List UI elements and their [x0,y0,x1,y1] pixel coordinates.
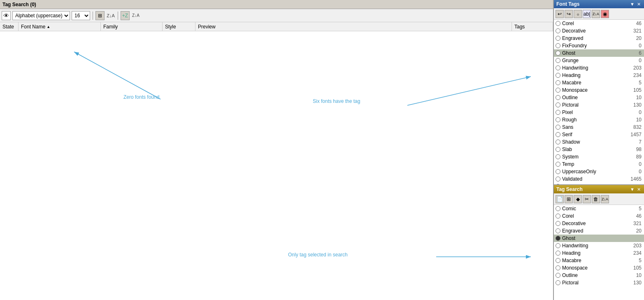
search-tag-radio-ghost[interactable] [556,236,560,241]
tag-search-pin-btn[interactable]: ▼ [629,187,635,192]
font-tags-close-btn[interactable]: ✕ [636,2,642,7]
font-tag-item-heading[interactable]: Heading234 [554,72,644,79]
search-tag-item-decorative[interactable]: Decorative321 [554,220,644,227]
search-tag-radio-monospace[interactable] [556,265,560,270]
tag-search-close-btn[interactable]: ✕ [636,187,642,192]
font-tag-item-pictoral[interactable]: Pictoral130 [554,101,644,109]
search-tag-radio-heading[interactable] [556,251,560,256]
ft-btn-6[interactable]: ◉ [601,10,609,18]
search-tag-radio-outline[interactable] [556,273,560,278]
font-tag-item-grunge[interactable]: Grunge0 [554,57,644,64]
search-tag-item-outline[interactable]: Outline10 [554,272,644,279]
search-tag-radio-engraved[interactable] [556,228,560,233]
font-tag-item-system[interactable]: System89 [554,153,644,160]
tag-search-list[interactable]: Comic5Corel46Decorative321Engraved20Ghos… [554,205,644,300]
sort-az-icon[interactable]: Z↓A [106,11,115,20]
font-tag-radio-validated[interactable] [556,177,560,181]
font-tag-item-wildwest[interactable]: WildWest12 [554,183,644,184]
search-tag-radio-handwriting[interactable] [556,243,560,248]
font-tag-item-serif[interactable]: Serif1457 [554,131,644,138]
col-state[interactable]: State [0,22,19,31]
font-tag-item-outline[interactable]: Outline10 [554,94,644,101]
ts-btn-6[interactable]: Z↓A [601,195,609,203]
ft-btn-3[interactable]: ⬦ [574,10,582,18]
font-tag-item-fixfoundry[interactable]: FixFoundry0 [554,42,644,49]
alphabet-select[interactable]: Alphabet (uppercase) [12,11,70,20]
font-tag-radio-temp[interactable] [556,162,560,167]
font-tags-pin-btn[interactable]: ▼ [629,2,635,7]
search-tag-item-engraved[interactable]: Engraved20 [554,227,644,235]
font-tag-item-sans[interactable]: Sans832 [554,123,644,131]
font-tag-item-monospace[interactable]: Monospace105 [554,86,644,94]
font-tag-radio-outline[interactable] [556,95,560,100]
font-tag-radio-shadow[interactable] [556,140,560,144]
font-tag-item-pixel[interactable]: Pixel0 [554,109,644,116]
font-tag-item-corel[interactable]: Corel46 [554,20,644,27]
font-tag-item-rough[interactable]: Rough10 [554,116,644,123]
search-tag-item-macabre[interactable]: Macabre5 [554,257,644,264]
font-tag-radio-monospace[interactable] [556,88,560,93]
ts-btn-1[interactable]: 📄 [556,195,564,203]
font-tags-list[interactable]: Corel46Decorative321Engraved20FixFoundry… [554,20,644,184]
ts-btn-4[interactable]: ✂ [583,195,591,203]
font-tag-radio-slab[interactable] [556,147,560,152]
font-tag-radio-heading[interactable] [556,73,560,78]
sort-icon-2[interactable]: Z↓A [131,11,140,20]
col-tags[interactable]: Tags [512,22,553,31]
col-family[interactable]: Family [101,22,163,31]
search-tag-radio-comic[interactable] [556,206,560,211]
search-tag-radio-decorative[interactable] [556,221,560,226]
search-tag-item-pictoral[interactable]: Pictoral130 [554,279,644,286]
font-tag-name: Grunge [562,58,639,63]
font-tag-radio-pictoral[interactable] [556,102,560,107]
eye-icon-btn[interactable]: 👁 [2,11,11,20]
font-tag-radio-uppercaseonly[interactable] [556,169,560,174]
grid-icon-btn[interactable]: ⊞ [95,11,105,20]
font-tag-radio-wildwest[interactable] [556,184,560,184]
font-tag-item-decorative[interactable]: Decorative321 [554,27,644,35]
ft-btn-4[interactable]: ab| [583,10,591,18]
ts-btn-2[interactable]: ⊞ [565,195,573,203]
font-tag-radio-macabre[interactable] [556,80,560,85]
font-tag-item-uppercaseonly[interactable]: UppercaseOnly0 [554,168,644,175]
search-tag-radio-pictoral[interactable] [556,280,560,285]
font-tag-item-validated[interactable]: Validated1465 [554,175,644,183]
font-tag-radio-rough[interactable] [556,117,560,122]
font-tag-radio-serif[interactable] [556,132,560,137]
fontsize-select[interactable]: 16 [72,11,90,20]
font-tag-radio-system[interactable] [556,154,560,159]
search-tag-item-comic[interactable]: Comic5 [554,205,644,212]
search-tag-item-monospace[interactable]: Monospace105 [554,264,644,272]
col-fontname[interactable]: Font Name ▲ [19,22,101,31]
col-style[interactable]: Style [163,22,195,31]
font-tag-item-engraved[interactable]: Engraved20 [554,35,644,42]
search-tag-item-heading[interactable]: Heading234 [554,249,644,257]
font-tag-radio-corel[interactable] [556,21,560,26]
font-tag-radio-decorative[interactable] [556,28,560,33]
font-tag-radio-ghost[interactable] [556,51,560,56]
search-tag-radio-macabre[interactable] [556,258,560,263]
font-tag-item-shadow[interactable]: Shadow7 [554,138,644,146]
font-tag-radio-engraved[interactable] [556,36,560,41]
font-tag-radio-grunge[interactable] [556,58,560,63]
font-tag-item-slab[interactable]: Slab98 [554,146,644,153]
font-tag-item-macabre[interactable]: Macabre5 [554,79,644,86]
search-tag-item-corel[interactable]: Corel46 [554,212,644,220]
col-preview[interactable]: Preview [195,22,512,31]
font-tag-item-temp[interactable]: Temp0 [554,160,644,168]
ft-btn-1[interactable]: ↩ [556,10,564,18]
search-tag-radio-corel[interactable] [556,214,560,219]
font-tag-radio-handwriting[interactable] [556,65,560,70]
ft-btn-2[interactable]: ↪ [565,10,573,18]
add-tag-btn[interactable]: +Z [121,11,130,20]
ts-btn-5[interactable]: 🗑 [592,195,600,203]
search-tag-item-ghost[interactable]: Ghost [554,235,644,242]
search-tag-item-handwriting[interactable]: Handwriting203 [554,242,644,249]
font-tag-item-handwriting[interactable]: Handwriting203 [554,64,644,72]
font-tag-radio-fixfoundry[interactable] [556,43,560,48]
font-tag-item-ghost[interactable]: Ghost6 [554,49,644,57]
ft-btn-5[interactable]: Z↓A [592,10,600,18]
font-tag-radio-sans[interactable] [556,125,560,130]
font-tag-radio-pixel[interactable] [556,110,560,115]
ts-btn-3[interactable]: ◆ [574,195,582,203]
